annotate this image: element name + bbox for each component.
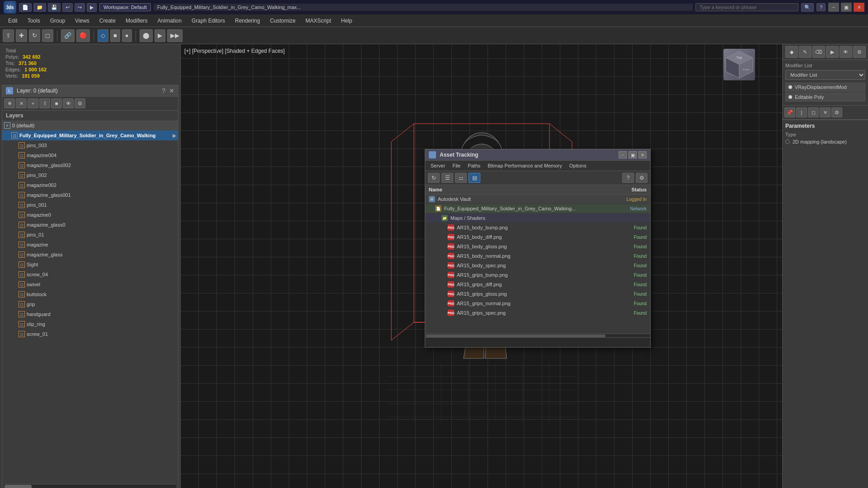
- menu-animation[interactable]: Animation: [153, 16, 186, 26]
- layer-scrollbar-thumb[interactable]: [5, 485, 32, 488]
- unlink-btn[interactable]: 🔴: [76, 29, 90, 42]
- layer-item[interactable]: ◻Sight: [2, 260, 178, 270]
- layer-item[interactable]: ◻magazine0: [2, 210, 178, 220]
- layer-item[interactable]: ◻pins_002: [2, 170, 178, 180]
- asset-menu-bitmap[interactable]: Bitmap Performance and Memory: [485, 162, 564, 169]
- asset-row[interactable]: PNGAR15_body_normal.pngFound: [425, 251, 650, 261]
- asset-menu-paths[interactable]: Paths: [465, 162, 483, 169]
- layer-item[interactable]: ◻grip: [2, 299, 178, 309]
- asset-row[interactable]: PNGAR15_grips_gloss.pngFound: [425, 289, 650, 299]
- menu-create[interactable]: Create: [95, 16, 120, 26]
- close-btn[interactable]: ✕: [854, 3, 864, 12]
- asset-row[interactable]: 🏛Autodesk VaultLogged In: [425, 195, 650, 204]
- minimize-btn[interactable]: −: [828, 3, 839, 12]
- hierarchy-panel-btn[interactable]: ⌫: [812, 46, 825, 58]
- new-btn[interactable]: 📄: [19, 3, 32, 12]
- move-btn[interactable]: ✚: [16, 29, 27, 42]
- asset-table-btn[interactable]: ▤: [469, 173, 480, 183]
- modify-panel-btn[interactable]: ✎: [799, 46, 812, 58]
- render-setup-btn[interactable]: ▶: [155, 29, 165, 42]
- asset-row[interactable]: PNGAR15_grips_normal.pngFound: [425, 299, 650, 308]
- render-btn[interactable]: ▶▶: [167, 29, 183, 42]
- asset-row[interactable]: PNGAR15_grips_bump.pngFound: [425, 270, 650, 280]
- layer-item[interactable]: ◻magazine002: [2, 180, 178, 190]
- layer-options-btn[interactable]: ⚙: [75, 98, 85, 108]
- layer-item[interactable]: ◻buttstock: [2, 289, 178, 299]
- asset-icons-btn[interactable]: ⚏: [455, 173, 467, 183]
- type-radio-btn[interactable]: [785, 139, 790, 144]
- asset-menu-options[interactable]: Options: [567, 162, 589, 169]
- mirror-btn[interactable]: ◇: [98, 29, 108, 42]
- asset-close-btn[interactable]: ✕: [638, 151, 647, 158]
- save-btn[interactable]: 💾: [48, 3, 61, 12]
- layer-item[interactable]: ◻magazine004: [2, 150, 178, 160]
- redo-btn[interactable]: ↪: [75, 3, 85, 12]
- config-mod-btn[interactable]: ⚙: [831, 107, 842, 117]
- asset-refresh-btn[interactable]: ↻: [428, 173, 440, 183]
- menu-modifiers[interactable]: Modifiers: [121, 16, 152, 26]
- undo-btn[interactable]: ↩: [62, 3, 73, 12]
- modifier-dropdown[interactable]: Modifier List: [785, 70, 865, 80]
- layer-item[interactable]: ◻magazine_glass001: [2, 190, 178, 200]
- layer-item[interactable]: ◻screw_01: [2, 329, 178, 339]
- layer-delete-btn[interactable]: ✕: [16, 98, 27, 108]
- search-input[interactable]: [695, 3, 798, 11]
- asset-settings-btn[interactable]: ⚙: [636, 173, 647, 183]
- menu-rendering[interactable]: Rendering: [230, 16, 264, 26]
- motion-panel-btn[interactable]: ▶: [826, 46, 839, 58]
- layer-item[interactable]: ◻magazine_glass: [2, 250, 178, 260]
- layer-list[interactable]: ≡0 (default)◻Fully_Equipped_Military_Sol…: [2, 121, 178, 484]
- layer-item[interactable]: ◻handguard: [2, 309, 178, 319]
- menu-graph-editors[interactable]: Graph Editors: [187, 16, 230, 26]
- asset-help-btn[interactable]: ?: [622, 173, 634, 183]
- menu-views[interactable]: Views: [70, 16, 94, 26]
- help-btn[interactable]: ?: [816, 3, 826, 11]
- asset-row[interactable]: PNGAR15_body_diff.pngFound: [425, 232, 650, 242]
- asset-row[interactable]: PNGAR15_body_bump.pngFound: [425, 223, 650, 232]
- modifier-item-editable-poly[interactable]: Editable Poly: [785, 93, 865, 102]
- make-unique-btn[interactable]: ◻: [808, 107, 819, 117]
- show-end-btn[interactable]: |: [796, 107, 807, 117]
- layer-x-btn[interactable]: ✕: [169, 87, 174, 94]
- open-btn[interactable]: 📁: [33, 3, 46, 12]
- asset-row[interactable]: 📄Fully_Equipped_Military_Soldier_in_Grey…: [425, 204, 650, 214]
- asset-restore-btn[interactable]: ▣: [629, 151, 637, 158]
- asset-row[interactable]: PNGAR15_body_spec.pngFound: [425, 261, 650, 270]
- asset-row[interactable]: PNGAR15_grips_spec.pngFound: [425, 308, 650, 318]
- layer-item[interactable]: ◻pins_001: [2, 200, 178, 210]
- remove-mod-btn[interactable]: ✕: [820, 107, 830, 117]
- link-btn[interactable]: 🔗: [61, 29, 75, 42]
- display-panel-btn[interactable]: 👁: [840, 46, 852, 58]
- search-btn[interactable]: 🔍: [801, 3, 814, 12]
- render-btn[interactable]: ▶: [87, 3, 97, 12]
- menu-help[interactable]: Help: [337, 16, 357, 26]
- scale-btn[interactable]: ◻: [42, 29, 53, 42]
- menu-edit[interactable]: Edit: [4, 16, 22, 26]
- modifier-item-vray[interactable]: VRayDisplacementMod: [785, 83, 865, 92]
- asset-menu-file[interactable]: File: [450, 162, 463, 169]
- asset-list-btn[interactable]: ☰: [441, 173, 453, 183]
- layer-select-btn[interactable]: ■: [51, 98, 62, 108]
- asset-minimize-btn[interactable]: −: [619, 151, 627, 158]
- layer-item[interactable]: ◻slip_ring: [2, 319, 178, 329]
- viewport-cube-gizmo[interactable]: Top Front: [723, 49, 755, 80]
- layer-item[interactable]: ◻Fully_Equipped_Military_Soldier_in_Grey…: [2, 130, 178, 140]
- snap-btn[interactable]: ●: [122, 29, 132, 42]
- layer-item[interactable]: ◻pins_01: [2, 230, 178, 240]
- layer-hide-btn[interactable]: 👁: [63, 98, 74, 108]
- asset-scrollbar[interactable]: [425, 334, 650, 337]
- asset-row[interactable]: PNGAR15_grips_diff.pngFound: [425, 280, 650, 289]
- align-btn[interactable]: ■: [110, 29, 120, 42]
- asset-row[interactable]: PNGAR15_body_gloss.pngFound: [425, 242, 650, 251]
- create-panel-btn[interactable]: ◆: [785, 46, 798, 58]
- layer-item[interactable]: ◻magazine_glass0: [2, 220, 178, 230]
- workspace-label[interactable]: Workspace: Default: [99, 3, 151, 11]
- layer-close-btn[interactable]: ?: [162, 87, 165, 94]
- layer-item[interactable]: ◻pins_003: [2, 140, 178, 150]
- rotate-btn[interactable]: ↻: [29, 29, 40, 42]
- layer-item[interactable]: ◻screw_04: [2, 270, 178, 279]
- utilities-panel-btn[interactable]: ⚙: [853, 46, 866, 58]
- menu-maxscript[interactable]: MAXScript: [301, 16, 336, 26]
- material-btn[interactable]: ⬤: [140, 29, 153, 42]
- select-btn[interactable]: ⇧: [3, 29, 14, 42]
